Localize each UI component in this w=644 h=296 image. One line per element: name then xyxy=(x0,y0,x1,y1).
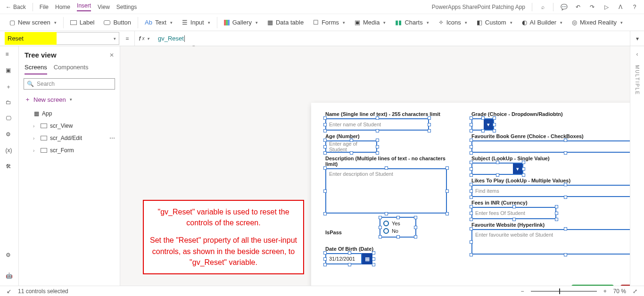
play-icon[interactable]: ▷ xyxy=(603,3,610,11)
genre-combobox[interactable]: ▾ xyxy=(471,140,630,153)
property-selector[interactable]: Reset ▾ xyxy=(0,31,120,46)
insert-icon[interactable]: ▣ xyxy=(6,67,13,74)
menu-file[interactable]: File xyxy=(40,4,49,10)
insert-icons[interactable]: ✧Icons▾ xyxy=(434,16,472,28)
desc-label: Description (Multiple lines of text - no… xyxy=(325,156,448,167)
help-icon[interactable]: ? xyxy=(631,3,638,11)
tree-view-panel: Tree view ✕ Screens Components 🔍 Search … xyxy=(19,46,120,286)
app-screen: Name (Single line of text) - 255 charact… xyxy=(311,103,630,286)
zoom-in-icon[interactable]: + xyxy=(603,288,607,295)
insert-forms[interactable]: ☐Forms▾ xyxy=(308,16,350,28)
main-area: ≡ ▣ ＋ 🗀 🖵 ⚙ (x) 🛠 ⚙ 🤖 Tree view ✕ Screen… xyxy=(0,46,644,286)
insert-mixedreality[interactable]: ◎Mixed Reality▾ xyxy=(567,16,627,28)
input-icon: ☰ xyxy=(182,19,188,26)
age-input[interactable]: Enter age of Student xyxy=(325,140,377,153)
dob-label: Date Of Birth (Date) xyxy=(325,246,448,252)
insert-gallery[interactable]: Gallery▾ xyxy=(219,16,263,28)
add-icon[interactable]: ＋ xyxy=(6,83,13,90)
tree-view-title: Tree view xyxy=(25,51,57,59)
insert-datatable[interactable]: ▦Data table xyxy=(263,16,308,28)
radio-icon[interactable] xyxy=(383,221,389,226)
charts-icon: ▮▮ xyxy=(395,19,402,26)
text-icon: Ab xyxy=(145,19,152,26)
insert-button[interactable]: Button xyxy=(99,16,136,28)
save-button[interactable]: Save xyxy=(571,285,614,286)
menu-settings[interactable]: Settings xyxy=(116,4,137,10)
app-icon: ▦ xyxy=(34,110,39,117)
tree-search-input[interactable]: 🔍 Search xyxy=(24,78,115,90)
ispass-radio[interactable]: Yes No xyxy=(351,217,416,238)
power-automate-icon[interactable]: ⚙ xyxy=(6,131,13,139)
menu-home[interactable]: Home xyxy=(55,4,70,10)
zoom-slider[interactable] xyxy=(531,291,597,292)
age-label: Age (Number) xyxy=(325,133,448,139)
close-icon[interactable]: ✕ xyxy=(109,52,114,58)
selection-status: 11 controls selected xyxy=(18,288,68,295)
gallery-icon xyxy=(224,20,230,25)
advanced-tools-icon[interactable]: 🛠 xyxy=(6,163,13,171)
tree-view-icon[interactable]: ≡ xyxy=(6,51,13,58)
new-screen-button[interactable]: ▢ New screen ▾ xyxy=(5,16,61,28)
insert-input[interactable]: ☰Input▾ xyxy=(177,16,215,28)
insert-custom[interactable]: ◧Custom▾ xyxy=(472,16,517,28)
zoom-out-icon[interactable]: − xyxy=(521,288,524,295)
comment-icon[interactable]: 💬 xyxy=(560,3,568,11)
insert-text[interactable]: AbText▾ xyxy=(140,16,177,28)
mr-icon: ◎ xyxy=(572,19,577,26)
desc-input[interactable]: Enter description of Student xyxy=(325,168,447,214)
more-icon[interactable]: ⋯ xyxy=(109,135,115,141)
annotation-line1: "gv_Reset" variable is used to reset the… xyxy=(149,206,298,228)
grade-dropdown[interactable]: ▾ xyxy=(471,118,494,131)
insert-aibuilder[interactable]: ◐AI Builder▾ xyxy=(517,16,567,28)
fx-button[interactable]: fx▾ xyxy=(134,31,153,46)
menu-insert[interactable]: Insert xyxy=(77,2,91,11)
site-input[interactable]: Enter favourite website of Student xyxy=(471,229,630,255)
chevron-left-icon: ‹ xyxy=(636,51,638,58)
ai-icon: ◐ xyxy=(522,19,527,26)
annotation-line2: Set the "Reset" property of all the user… xyxy=(149,235,298,268)
insert-media[interactable]: ▣Media▾ xyxy=(350,16,390,28)
share-icon[interactable]: ᐱ xyxy=(617,3,624,11)
menu-view[interactable]: View xyxy=(98,4,110,10)
insert-label[interactable]: Label xyxy=(66,16,99,28)
data-icon[interactable]: 🗀 xyxy=(6,99,13,107)
tree-node-scr-addedit[interactable]: ›scr_Add/Edit⋯ xyxy=(23,132,120,144)
tree-node-app[interactable]: ▦App xyxy=(23,107,120,120)
new-screen-link[interactable]: ＋ New screen ▾ xyxy=(19,93,120,107)
formula-bar: Reset ▾ = fx▾ gv_Reset ▾ xyxy=(0,31,644,46)
tab-screens[interactable]: Screens xyxy=(25,64,47,74)
back-label: Back xyxy=(13,4,26,10)
canvas-area: "gv_Reset" variable is used to reset the… xyxy=(120,46,630,286)
chevron-down-icon: ▾ xyxy=(70,97,72,102)
tree-node-scr-form[interactable]: ›scr_Form xyxy=(23,144,120,156)
properties-rail[interactable]: ‹ MULTIPLE xyxy=(630,46,644,286)
left-rail: ≡ ▣ ＋ 🗀 🖵 ⚙ (x) 🛠 ⚙ 🤖 xyxy=(0,46,19,286)
back-button[interactable]: ← Back xyxy=(6,4,26,10)
likes-combobox[interactable]: Find items▾ xyxy=(471,185,630,197)
stethoscope-icon[interactable]: ⌕ xyxy=(539,3,546,11)
variables-icon[interactable]: (x) xyxy=(6,147,13,155)
tab-components[interactable]: Components xyxy=(54,64,89,74)
screen-icon xyxy=(41,148,47,153)
media-icon: ▣ xyxy=(355,19,360,26)
expand-formula-button[interactable]: ▾ xyxy=(630,31,644,46)
screen-icon xyxy=(41,136,47,140)
redo-icon[interactable]: ↷ xyxy=(588,3,596,11)
media-icon[interactable]: 🖵 xyxy=(6,115,13,123)
undo-icon[interactable]: ↶ xyxy=(574,3,582,11)
insert-charts[interactable]: ▮▮Charts▾ xyxy=(390,16,433,28)
name-input[interactable]: Enter name of Student xyxy=(325,118,429,131)
calendar-icon[interactable]: ▦ xyxy=(362,253,372,264)
subject-dropdown[interactable]: ▾ xyxy=(471,163,523,175)
formula-input[interactable]: gv_Reset xyxy=(153,31,630,46)
fees-input[interactable]: Enter fees Of Student xyxy=(471,207,556,219)
dob-input[interactable]: 31/12/2001 ▦ xyxy=(325,253,373,264)
virtual-agent-icon[interactable]: 🤖 xyxy=(6,272,13,280)
radio-icon[interactable] xyxy=(383,228,389,234)
button-icon xyxy=(104,20,110,25)
close-button[interactable]: Close xyxy=(620,285,630,286)
screen-nav-left-icon[interactable]: ↙ xyxy=(7,288,11,295)
tree-node-scr-view[interactable]: ›scr_View xyxy=(23,120,120,132)
settings-icon[interactable]: ⚙ xyxy=(6,252,13,259)
fit-to-screen-icon[interactable]: ⤢ xyxy=(633,288,637,295)
